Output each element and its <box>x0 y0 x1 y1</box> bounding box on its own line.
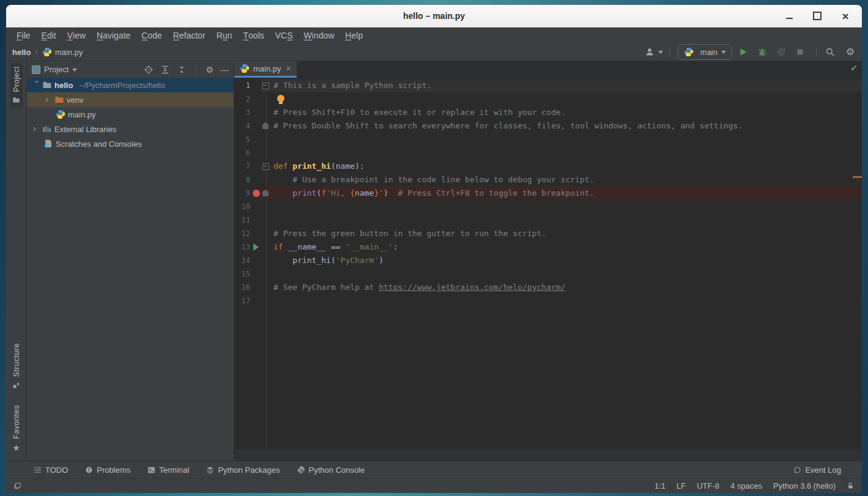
tool-window-panes-icon[interactable] <box>13 482 21 490</box>
code-line-8[interactable]: 8 # Use a breakpoint in the code line be… <box>234 173 862 187</box>
fold-column[interactable] <box>261 187 271 200</box>
fold-column[interactable] <box>261 119 271 133</box>
code-line-2[interactable]: 2 <box>234 92 862 106</box>
inspections-ok-icon[interactable]: ✔ <box>850 63 858 73</box>
fold-column[interactable] <box>261 227 271 240</box>
code-line-7[interactable]: 7def print_hi(name): <box>234 160 862 173</box>
code-line-15[interactable]: 15 <box>234 267 862 281</box>
tool-button-project[interactable]: Project <box>10 62 23 108</box>
tree-item-main-py[interactable]: main.py <box>27 107 234 122</box>
hide-panel-icon[interactable]: — <box>220 65 229 74</box>
search-everywhere-button[interactable] <box>825 45 838 59</box>
expand-all-icon[interactable] <box>160 65 170 75</box>
menu-view[interactable]: View <box>62 28 91 43</box>
menu-refactor[interactable]: Refactor <box>168 28 211 43</box>
tab-close-icon[interactable]: × <box>286 64 291 73</box>
gutter-mark-column[interactable] <box>250 227 261 240</box>
fold-column[interactable] <box>261 160 271 173</box>
gutter-mark-column[interactable] <box>250 187 261 200</box>
code-line-14[interactable]: 14 print_hi('PyCharm') <box>234 254 862 267</box>
error-stripe-mark[interactable] <box>853 176 862 178</box>
event-log-button[interactable]: Event Log <box>793 465 841 475</box>
gutter-mark-column[interactable] <box>250 106 261 119</box>
interpreter-widget[interactable]: Python 3.6 (hello) <box>773 481 836 490</box>
fold-column[interactable] <box>261 106 271 119</box>
tab-main-py[interactable]: main.py × <box>234 61 297 78</box>
gutter-mark-column[interactable] <box>250 160 261 173</box>
fold-column[interactable] <box>261 267 271 281</box>
gutter-mark-column[interactable] <box>250 240 261 254</box>
tool-button-terminal[interactable]: Terminal <box>147 465 189 475</box>
menu-tools[interactable]: Tools <box>238 28 270 43</box>
fold-column[interactable] <box>261 173 271 187</box>
breadcrumb-file[interactable]: main.py <box>55 48 83 57</box>
menu-window[interactable]: Window <box>299 28 340 43</box>
chevron-right-icon[interactable] <box>31 124 40 134</box>
menu-file[interactable]: File <box>11 28 36 43</box>
gutter-mark-column[interactable] <box>250 213 261 227</box>
tool-button-python-console[interactable]: Python Console <box>297 465 365 475</box>
fold-column[interactable] <box>261 92 271 106</box>
collapse-all-icon[interactable] <box>177 65 187 75</box>
encoding-widget[interactable]: UTF-8 <box>697 481 719 490</box>
fold-column[interactable] <box>261 146 271 160</box>
fold-column[interactable] <box>261 79 271 92</box>
close-button[interactable]: × <box>839 9 852 23</box>
gutter-mark-column[interactable] <box>250 294 261 308</box>
chevron-down-icon[interactable] <box>72 68 77 74</box>
run-button[interactable] <box>738 45 751 59</box>
code-line-1[interactable]: 1# This is a sample Python script. <box>234 79 862 92</box>
minimize-button[interactable] <box>782 9 796 23</box>
tool-button-python-packages[interactable]: Python Packages <box>206 465 280 475</box>
unlocked-icon[interactable] <box>847 482 855 490</box>
user-profile-button[interactable] <box>648 45 661 59</box>
menu-run[interactable]: Run <box>211 28 238 43</box>
gutter-mark-column[interactable] <box>250 267 261 281</box>
code-line-13[interactable]: 13if __name__ == '__main__': <box>234 240 862 254</box>
gutter-mark-column[interactable] <box>250 133 261 146</box>
horizontal-scrollbar[interactable] <box>234 450 862 461</box>
menu-code[interactable]: Code <box>136 28 167 43</box>
breakpoint-icon[interactable] <box>253 190 260 197</box>
gutter-mark-column[interactable] <box>250 254 261 267</box>
code-line-6[interactable]: 6 <box>234 146 862 160</box>
breadcrumb-project[interactable]: hello <box>12 48 31 57</box>
code-line-9[interactable]: 9 print(f'Hi, {name}') # Press Ctrl+F8 t… <box>234 187 862 200</box>
fold-collapse-icon[interactable] <box>262 163 269 170</box>
fold-column[interactable] <box>261 254 271 267</box>
title-bar[interactable]: hello – main.py × <box>6 5 862 28</box>
chevron-down-icon[interactable] <box>31 80 40 90</box>
menu-edit[interactable]: Edit <box>36 28 62 43</box>
fold-column[interactable] <box>261 240 271 254</box>
fold-column[interactable] <box>261 281 271 294</box>
code-line-10[interactable]: 10 <box>234 200 862 213</box>
indent-widget[interactable]: 4 spaces <box>730 481 762 490</box>
gutter-mark-column[interactable] <box>250 173 261 187</box>
chevron-right-icon[interactable] <box>43 95 52 105</box>
fold-column[interactable] <box>261 213 271 227</box>
caret-position-widget[interactable]: 1:1 <box>655 481 666 490</box>
gutter-mark-column[interactable] <box>250 119 261 133</box>
menu-vcs[interactable]: VCS <box>270 28 299 43</box>
intention-bulb-icon[interactable] <box>277 95 284 104</box>
tool-button-todo[interactable]: TODO <box>34 465 68 475</box>
code-line-3[interactable]: 3# Press Shift+F10 to execute it or repl… <box>234 106 862 119</box>
tree-item-hello[interactable]: hello ~/PycharmProjects/hello <box>27 78 234 92</box>
settings-button[interactable]: ⚙ <box>844 45 857 59</box>
run-configuration-select[interactable]: main <box>678 44 732 60</box>
line-separator-widget[interactable]: LF <box>677 481 686 490</box>
fold-collapse-icon[interactable] <box>262 83 269 89</box>
fold-column[interactable] <box>261 133 271 146</box>
rerun-coverage-button-disabled[interactable] <box>776 45 789 59</box>
debug-button[interactable] <box>757 45 770 59</box>
gutter-mark-column[interactable] <box>250 79 261 92</box>
code-line-12[interactable]: 12# Press the green button in the gutter… <box>234 227 862 240</box>
code-line-5[interactable]: 5 <box>234 133 862 146</box>
gutter-mark-column[interactable] <box>250 200 261 213</box>
code-line-16[interactable]: 16# See PyCharm help at https://www.jetb… <box>234 281 862 294</box>
fold-end-icon[interactable] <box>262 122 269 129</box>
gutter-mark-column[interactable] <box>250 281 261 294</box>
gutter-mark-column[interactable] <box>250 92 261 106</box>
tree-item-scratches[interactable]: Scratches and Consoles <box>27 136 234 151</box>
tool-button-favorites[interactable]: Favorites ★ <box>10 401 23 456</box>
